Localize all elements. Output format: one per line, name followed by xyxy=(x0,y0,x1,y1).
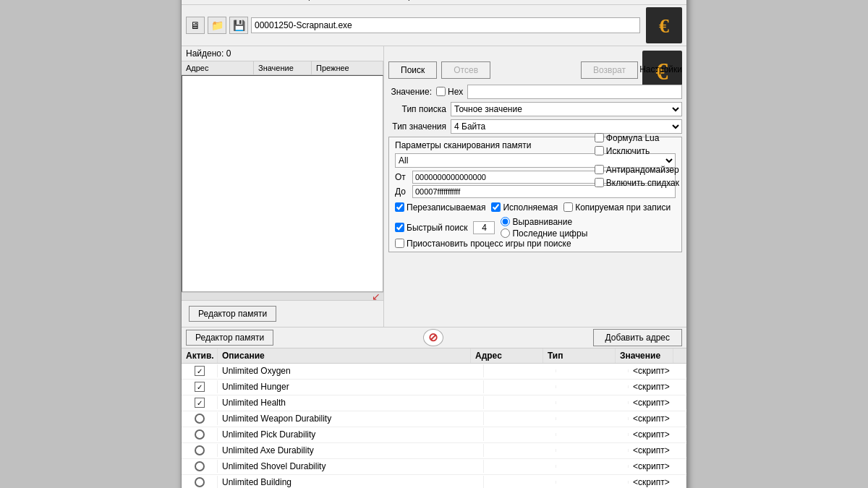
menu-d3d[interactable]: D3D xyxy=(323,0,353,3)
cell-type xyxy=(556,417,629,420)
last-digits-radio[interactable] xyxy=(501,228,510,238)
scrollbar-header xyxy=(673,348,686,363)
cell-type xyxy=(556,481,629,484)
last-digits-label: Последние цифры xyxy=(512,228,587,239)
anti-random-label: Антирандомайзер xyxy=(606,165,679,175)
cell-type xyxy=(556,465,629,468)
cheat-row[interactable]: Unlimited Weapon Durability <скрипт> xyxy=(182,411,686,427)
process-input[interactable] xyxy=(251,17,640,33)
active-circle-icon xyxy=(195,461,205,471)
resize-handle[interactable]: ↙ xyxy=(182,292,383,301)
cell-addr xyxy=(484,449,556,452)
speedhack-label: Включить спидхак xyxy=(606,178,679,188)
toolbar-save-btn[interactable]: 💾 xyxy=(229,17,248,34)
cell-val: <скрипт> xyxy=(629,460,686,473)
lua-formula-checkbox[interactable] xyxy=(595,133,604,142)
cheat-row[interactable]: Unlimited Pick Durability <скрипт> xyxy=(182,427,686,443)
cell-active xyxy=(182,476,218,488)
value-type-label: Тип значения xyxy=(388,121,446,132)
cell-active: ✓ xyxy=(182,396,218,409)
cell-active xyxy=(182,460,218,473)
cheat-row[interactable]: ✓ Unlimited Hunger <скрипт> xyxy=(182,380,686,395)
col-address: Адрес xyxy=(182,61,254,74)
active-circle-icon xyxy=(195,414,205,424)
cell-val: <скрипт> xyxy=(629,428,686,441)
anti-random-checkbox[interactable] xyxy=(595,165,604,174)
executable-label: Исполняемая xyxy=(503,202,558,213)
align-label: Выравнивание xyxy=(512,217,572,227)
scan-type-label: Тип поиска xyxy=(388,104,446,114)
cell-type xyxy=(556,385,629,388)
scan-type-select[interactable]: Точное значение xyxy=(451,102,682,116)
menu-table[interactable]: Таблица xyxy=(274,0,321,3)
cell-type xyxy=(556,433,629,436)
memory-editor-button[interactable]: Редактор памяти xyxy=(189,306,276,322)
menu-mono[interactable]: Mono xyxy=(354,0,389,3)
writable-check-item: Перезаписываемая xyxy=(395,202,485,213)
fast-scan-check-item: Быстрый поиск xyxy=(395,223,467,233)
add-address-button[interactable]: Добавить адрес xyxy=(593,329,682,346)
delete-icon[interactable]: ⊘ xyxy=(423,329,443,346)
active-circle-icon xyxy=(195,429,205,440)
cheat-row[interactable]: Unlimited Axe Durability <скрипт> xyxy=(182,443,686,459)
speedhack-checkbox[interactable] xyxy=(595,178,604,187)
executable-checkbox[interactable] xyxy=(491,202,501,212)
menu-file[interactable]: Файл xyxy=(184,0,219,3)
main-window: CE Cheat Engine 7.2 ─ □ ✕ Файл Изменить … xyxy=(181,0,687,488)
from-label: От xyxy=(395,172,409,182)
found-label: Найдено: 0 xyxy=(182,46,383,61)
align-radio[interactable] xyxy=(501,217,510,226)
memory-editor-btn-2[interactable]: Редактор памяти xyxy=(186,330,273,346)
scan-body xyxy=(182,75,383,292)
anti-random-item: Антирандомайзер xyxy=(595,165,679,175)
toolbar-folder-btn[interactable]: 📁 xyxy=(208,17,226,34)
pause-check-item: Приостановить процесс игры при поиске xyxy=(395,239,676,249)
value-input[interactable] xyxy=(467,85,682,99)
copy-on-write-checkbox[interactable] xyxy=(563,202,573,212)
executable-check-item: Исполняемая xyxy=(491,202,558,213)
col-type: Тип xyxy=(543,348,616,363)
value-type-row: Тип значения 4 Байта xyxy=(388,119,682,134)
cheat-row[interactable]: Unlimited Shovel Durability <скрипт> xyxy=(182,459,686,475)
ce-logo: € xyxy=(646,7,682,43)
radio-group: Выравнивание Последние цифры xyxy=(501,217,587,239)
lua-formula-item: Формула Lua xyxy=(595,133,679,143)
value-type-select[interactable]: 4 Байта xyxy=(451,119,682,134)
active-checked-icon: ✓ xyxy=(195,398,205,408)
col-val: Значение xyxy=(616,348,673,363)
right-checkboxes: Формула Lua Исключить Антирандомайзер Вк… xyxy=(595,133,679,188)
cell-active xyxy=(182,428,218,441)
hex-label: Hex xyxy=(448,87,463,97)
svg-text:€: € xyxy=(659,14,669,37)
toolbar-screen-btn[interactable]: 🖥 xyxy=(186,17,205,34)
cell-active: ✓ xyxy=(182,364,218,377)
cheat-row[interactable]: Unlimited Building <скрипт> xyxy=(182,475,686,489)
cheat-row[interactable]: ✓ Unlimited Oxygen <скрипт> xyxy=(182,364,686,380)
fast-scan-checkbox[interactable] xyxy=(395,223,404,232)
cell-desc: Unlimited Oxygen xyxy=(218,364,484,377)
cell-desc: Unlimited Building xyxy=(218,476,484,488)
hex-checkbox[interactable] xyxy=(436,87,446,96)
hex-checkbox-group: Hex xyxy=(436,87,463,97)
toolbar: 🖥 📁 💾 € xyxy=(182,5,686,46)
exclude-checkbox[interactable] xyxy=(595,146,604,155)
cell-addr xyxy=(484,481,556,484)
cheat-list: Актив. Описание Адрес Тип Значение ✓ Unl… xyxy=(182,348,686,489)
pause-label: Приостановить процесс игры при поиске xyxy=(407,239,571,249)
pause-checkbox[interactable] xyxy=(395,239,404,248)
writable-checkbox[interactable] xyxy=(395,202,404,212)
exclude-label: Исключить xyxy=(606,146,650,156)
fast-scan-label: Быстрый поиск xyxy=(407,223,467,233)
cell-type xyxy=(556,369,629,372)
value-label: Значение: xyxy=(388,87,432,97)
cell-val: <скрипт> xyxy=(629,380,686,393)
cheat-row[interactable]: ✓ Unlimited Health <скрипт> xyxy=(182,395,686,411)
menu-help[interactable]: Справка xyxy=(391,0,438,3)
menu-edit[interactable]: Изменить xyxy=(221,0,273,3)
cell-val: <скрипт> xyxy=(629,444,686,457)
scan-results: Адрес Значение Прежнее xyxy=(182,61,383,292)
cell-addr xyxy=(484,401,556,404)
col-previous: Прежнее xyxy=(312,61,383,74)
cell-val: <скрипт> xyxy=(629,396,686,409)
fast-scan-input[interactable] xyxy=(473,221,495,234)
